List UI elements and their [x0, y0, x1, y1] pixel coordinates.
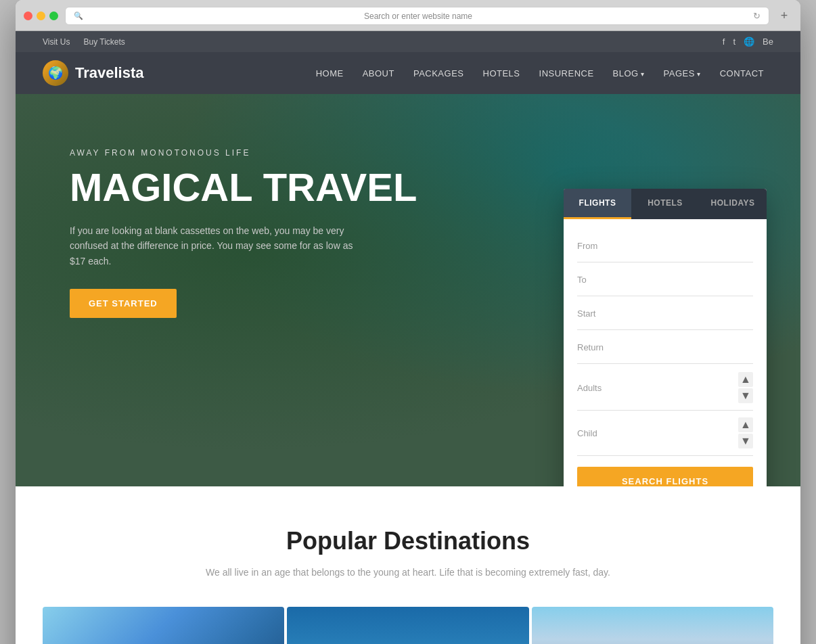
nav-contact[interactable]: CONTACT — [710, 55, 773, 92]
buy-tickets-link[interactable]: Buy Tickets — [83, 37, 124, 47]
search-body: From To Start Return Adults ▲ — [564, 219, 767, 486]
twitter-icon[interactable]: t — [733, 37, 735, 47]
start-label: Start — [577, 304, 753, 323]
nav-insurence[interactable]: INSURENCE — [530, 55, 604, 92]
adults-decrement[interactable]: ▼ — [738, 388, 753, 403]
social-icons: f t 🌐 Be — [723, 37, 773, 47]
destinations-section: Popular Destinations We all live in an a… — [16, 486, 800, 644]
adults-label: Adults — [577, 379, 602, 397]
url-bar[interactable]: 🔍 Search or enter website name ↻ — [65, 7, 769, 25]
search-panel: FLIGHTS HOTELS HOLIDAYS From To Start — [564, 189, 767, 486]
minimize-button[interactable] — [37, 12, 45, 20]
from-field: From — [577, 230, 753, 262]
nav-pages[interactable]: PAGES — [654, 55, 710, 92]
start-field: Start — [577, 298, 753, 330]
tab-holidays[interactable]: HOLIDAYS — [699, 189, 767, 219]
hero-title: MAGICAL TRAVEL — [70, 167, 422, 208]
destination-card-2[interactable] — [287, 607, 528, 644]
adults-stepper: ▲ ▼ — [738, 372, 753, 403]
child-decrement[interactable]: ▼ — [738, 434, 753, 448]
close-button[interactable] — [24, 12, 32, 20]
nav-links: HOME ABOUT PACKAGES HOTELS INSURENCE BLO… — [307, 55, 773, 92]
tab-hotels[interactable]: HOTELS — [631, 189, 699, 219]
hero-tagline: Away From Monotonous Life — [70, 148, 422, 158]
destinations-subtitle: We all live in an age that belongs to th… — [205, 565, 611, 580]
facebook-icon[interactable]: f — [723, 37, 725, 47]
destinations-title: Popular Destinations — [43, 527, 773, 555]
browser-chrome: 🔍 Search or enter website name ↻ + — [16, 0, 800, 31]
child-stepper: ▲ ▼ — [738, 417, 753, 448]
website-content: Visit Us Buy Tickets f t 🌐 Be 🌍 Travelis… — [16, 31, 800, 644]
globe-icon[interactable]: 🌐 — [744, 37, 754, 47]
child-field-row: Child ▲ ▼ — [577, 411, 753, 456]
search-tabs: FLIGHTS HOTELS HOLIDAYS — [564, 189, 767, 219]
destination-card-3[interactable] — [532, 607, 773, 644]
logo-text: Travelista — [75, 64, 144, 82]
url-text: Search or enter website name — [87, 12, 749, 21]
behance-icon[interactable]: Be — [763, 37, 773, 47]
tab-flights[interactable]: FLIGHTS — [564, 189, 631, 219]
hero-content: Away From Monotonous Life MAGICAL TRAVEL… — [16, 94, 422, 318]
destination-card-1[interactable] — [43, 607, 284, 644]
hero-section: Away From Monotonous Life MAGICAL TRAVEL… — [16, 94, 800, 486]
to-label: To — [577, 271, 753, 289]
reload-icon[interactable]: ↻ — [753, 11, 761, 21]
logo[interactable]: 🌍 Travelista — [43, 52, 144, 94]
adults-increment[interactable]: ▲ — [738, 372, 753, 387]
return-field: Return — [577, 331, 753, 364]
logo-icon: 🌍 — [43, 60, 68, 86]
to-field: To — [577, 264, 753, 296]
from-label: From — [577, 237, 753, 255]
child-label: Child — [577, 424, 597, 442]
nav-blog[interactable]: BLOG — [604, 55, 654, 92]
nav-home[interactable]: HOME — [307, 55, 353, 92]
adults-field-row: Adults ▲ ▼ — [577, 365, 753, 411]
hero-description: If you are looking at blank cassettes on… — [70, 223, 367, 269]
traffic-lights — [24, 12, 58, 20]
search-icon: 🔍 — [74, 12, 83, 20]
new-tab-button[interactable]: + — [776, 8, 792, 24]
search-flights-button[interactable]: SEARCH FLIGHTS — [577, 467, 753, 486]
nav-packages[interactable]: PACKAGES — [404, 55, 474, 92]
browser-window: 🔍 Search or enter website name ↻ + Visit… — [16, 0, 800, 644]
top-bar: Visit Us Buy Tickets f t 🌐 Be — [16, 31, 800, 52]
get-started-button[interactable]: GET STARTED — [70, 289, 177, 318]
navbar: 🌍 Travelista HOME ABOUT PACKAGES HOTELS … — [16, 52, 800, 94]
destination-cards — [43, 607, 773, 644]
top-bar-links: Visit Us Buy Tickets — [43, 37, 125, 47]
nav-about[interactable]: ABOUT — [353, 55, 404, 92]
nav-hotels[interactable]: HOTELS — [474, 55, 530, 92]
return-label: Return — [577, 338, 753, 356]
maximize-button[interactable] — [49, 12, 58, 20]
visit-us-link[interactable]: Visit Us — [43, 37, 70, 47]
child-increment[interactable]: ▲ — [738, 417, 753, 432]
